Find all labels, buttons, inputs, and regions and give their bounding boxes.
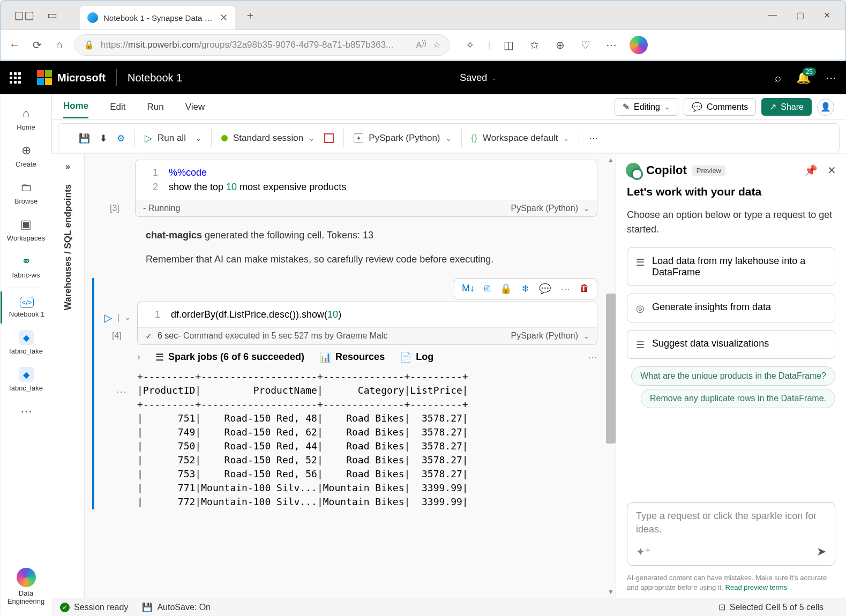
markdown-icon[interactable]: M↓ xyxy=(462,283,475,295)
download-icon[interactable]: ⬇ xyxy=(100,133,107,144)
autosave-status[interactable]: 💾AutoSave: On xyxy=(142,602,211,612)
scroll-down-icon[interactable]: ▼ xyxy=(606,587,616,597)
browser-tab[interactable]: Notebook 1 - Synapse Data Engi… ✕ xyxy=(80,6,235,29)
share-button[interactable]: ↗Share xyxy=(761,98,812,116)
save-icon[interactable]: 💾 xyxy=(79,133,90,144)
cell-selection-status: ⊡Selected Cell 5 of 5 cells xyxy=(718,602,823,612)
delete-icon[interactable]: 🗑 xyxy=(580,283,589,295)
workspaces-icon[interactable]: ▢▢ xyxy=(17,7,32,22)
rail-fabric-ws[interactable]: ⚭fabric-ws xyxy=(1,249,51,284)
scroll-up-icon[interactable]: ▲ xyxy=(606,155,616,165)
rail-notebook1[interactable]: </>Notebook 1 xyxy=(1,291,51,324)
option-suggest-viz[interactable]: ☰Suggest data visualizations xyxy=(627,330,835,359)
split-icon[interactable]: ◫ xyxy=(501,37,516,52)
option-generate-insights[interactable]: ◎Generate insights from data xyxy=(627,294,835,322)
more-icon[interactable]: ⋯ xyxy=(604,37,619,52)
window-close-icon[interactable]: ✕ xyxy=(823,10,830,20)
spark-jobs-tab[interactable]: ☰Spark jobs (6 of 6 succeeded) xyxy=(155,351,304,363)
cell-drag-icon[interactable]: ⋯ xyxy=(116,385,126,398)
comments-button[interactable]: 💬Comments xyxy=(684,98,756,116)
reader-icon[interactable]: A)) xyxy=(416,39,426,50)
cell-more-icon[interactable]: ⋯ xyxy=(560,283,570,295)
url-text: https://msit.powerbi.com/groups/32a98b35… xyxy=(101,40,409,50)
collections-icon[interactable]: ⊕ xyxy=(552,37,567,52)
language-dropdown[interactable]: ✦PySpark (Python)⌄ xyxy=(354,133,451,144)
browser-chrome: ▢▢ ▭ Notebook 1 - Synapse Data Engi… ✕ ＋… xyxy=(0,0,846,61)
rail-fabric-lake-2[interactable]: ◆fabric_lake xyxy=(1,362,51,397)
tab-view[interactable]: View xyxy=(185,96,205,118)
suggestion-chip-1[interactable]: What are the unique products in the Data… xyxy=(631,366,835,386)
save-status[interactable]: Saved⌄ xyxy=(460,72,497,84)
notebook-area: ▲ ▼ 1%%code 2show the top 10 most expens… xyxy=(85,154,616,598)
toolbar-more-icon[interactable]: ⋯ xyxy=(589,133,598,144)
code-cell-1[interactable]: 1%%code 2show the top 10 most expensive … xyxy=(135,160,597,217)
log-tab[interactable]: 📄Log xyxy=(400,351,433,363)
option-load-data[interactable]: ☰Load data from my lakehouse into a Data… xyxy=(627,247,835,286)
output-more-icon[interactable]: ⋯ xyxy=(588,351,597,363)
performance-icon[interactable]: ♡ xyxy=(578,37,593,52)
refresh-button[interactable]: ⟳ xyxy=(29,37,44,52)
tab-edit[interactable]: Edit xyxy=(110,96,125,118)
notifications-icon[interactable]: 🔔 25 xyxy=(796,71,811,85)
code-cell-2[interactable]: M↓ ⎚ 🔒 ❄ 💬 ⋯ 🗑 ▷ | ⌄ 1df.orderBy(df.List… xyxy=(92,278,597,509)
search-icon[interactable]: ⌕ xyxy=(775,72,781,84)
copilot-placeholder: Type a request or click the sparkle icon… xyxy=(636,509,826,538)
preview-terms-link[interactable]: Read preview terms xyxy=(725,583,788,591)
copilot-input[interactable]: Type a request or click the sparkle icon… xyxy=(627,502,835,566)
more-options-icon[interactable]: ⋯ xyxy=(826,71,836,84)
close-icon[interactable]: ✕ xyxy=(220,12,228,24)
favorite-icon[interactable]: ☆ xyxy=(433,40,440,50)
expand-icon[interactable]: » xyxy=(65,162,70,171)
persona-icon[interactable]: 👤 xyxy=(817,99,834,116)
rail-data-engineering[interactable]: Data Engineering xyxy=(1,562,51,616)
environment-dropdown[interactable]: {}Workspace default⌄ xyxy=(471,133,570,144)
cell-running-status: - Running xyxy=(143,204,180,213)
expand-output-icon[interactable]: › xyxy=(137,351,140,363)
sparkle-icon[interactable]: ✦⁺ xyxy=(636,545,651,558)
back-button[interactable]: ← xyxy=(7,37,22,52)
tab-home[interactable]: Home xyxy=(63,95,88,118)
lock-icon[interactable]: 🔒 xyxy=(500,283,512,295)
run-menu-chevron-icon[interactable]: ⌄ xyxy=(125,313,131,321)
rail-workspaces[interactable]: ▣Workspaces xyxy=(1,212,51,247)
extensions-icon[interactable]: ✧ xyxy=(462,37,477,52)
rail-fabric-lake-1[interactable]: ◆fabric_lake xyxy=(1,325,51,360)
close-panel-icon[interactable]: ✕ xyxy=(827,164,836,177)
success-icon: ✓ xyxy=(145,331,152,341)
run-cell-button[interactable]: ▷ xyxy=(104,311,112,324)
minimize-icon[interactable]: — xyxy=(768,10,777,20)
resources-tab[interactable]: 📊Resources xyxy=(319,351,385,363)
rail-home[interactable]: ⌂Home xyxy=(1,101,51,137)
cell-language-selector-2[interactable]: PySpark (Python)⌄ xyxy=(511,331,589,341)
send-icon[interactable]: ➤ xyxy=(817,545,826,559)
scrollbar-thumb[interactable] xyxy=(606,294,616,444)
stop-button[interactable] xyxy=(324,133,334,143)
favorites-icon[interactable]: ✩ xyxy=(527,37,542,52)
suggestion-chip-2[interactable]: Remove any duplicate rows in the DataFra… xyxy=(641,389,835,408)
clear-output-icon[interactable]: ⎚ xyxy=(484,283,490,295)
app-launcher-icon[interactable] xyxy=(10,72,21,84)
session-dropdown[interactable]: Standard session⌄ xyxy=(221,133,315,144)
home-button[interactable]: ⌂ xyxy=(52,37,67,52)
pin-icon[interactable]: 📌 xyxy=(804,164,818,177)
freeze-icon[interactable]: ❄ xyxy=(521,283,529,295)
tab-overview-icon[interactable]: ▭ xyxy=(44,7,59,22)
editing-button[interactable]: ✎Editing⌄ xyxy=(615,98,678,116)
tab-run[interactable]: Run xyxy=(147,96,164,118)
run-all-button[interactable]: ▷Run all xyxy=(145,132,186,144)
rail-browse[interactable]: 🗀Browse xyxy=(1,175,51,211)
run-all-chevron-icon[interactable]: ⌄ xyxy=(196,134,201,142)
notebook-title[interactable]: Notebook 1 xyxy=(128,72,182,84)
rail-more[interactable]: ⋯ xyxy=(1,399,51,424)
copilot-browser-icon[interactable] xyxy=(630,36,648,54)
settings-icon[interactable]: ⚙ xyxy=(117,133,125,144)
toolbar: 💾 ⬇ ⚙ ▷Run all ⌄ Standard session⌄ ✦PySp… xyxy=(58,123,840,153)
maximize-icon[interactable]: ▢ xyxy=(796,10,804,20)
comment-icon[interactable]: 💬 xyxy=(539,283,551,295)
address-bar[interactable]: 🔒 https://msit.powerbi.com/groups/32a98b… xyxy=(74,34,450,56)
session-status[interactable]: ✓Session ready xyxy=(60,603,128,612)
side-panel-collapsed[interactable]: » Warehouses / SQL endpoints xyxy=(51,154,85,598)
rail-create[interactable]: ⊕Create xyxy=(1,138,51,174)
cell-language-selector[interactable]: PySpark (Python)⌄ xyxy=(511,204,589,213)
new-tab-button[interactable]: ＋ xyxy=(245,8,256,22)
